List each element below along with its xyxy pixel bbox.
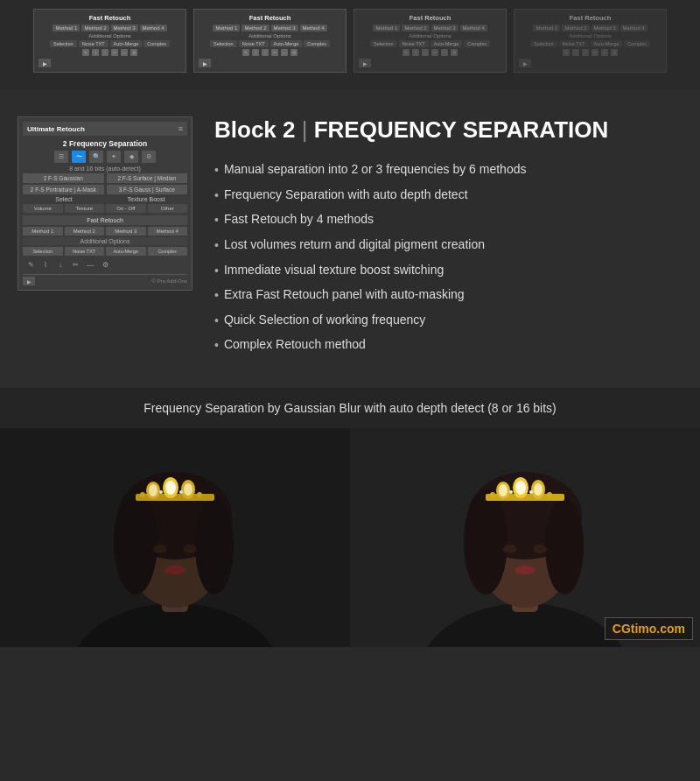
fs-gaussian-btn[interactable]: 2 F-S Gaussian bbox=[23, 173, 104, 183]
download-icon[interactable]: ↓ bbox=[54, 259, 66, 270]
svg-point-18 bbox=[153, 545, 167, 553]
panel-thumb-1-complex-btn[interactable]: Complex bbox=[144, 40, 170, 47]
panel-thumb-2-tab-3[interactable]: Method 3 bbox=[271, 25, 298, 32]
panel-thumb-1-sel-btn[interactable]: Selection bbox=[50, 40, 77, 47]
panel-thumb-3-icon-6: ⚙ bbox=[451, 49, 458, 56]
method-3-btn[interactable]: Method 3 bbox=[106, 227, 146, 236]
panel-nav-wave-icon[interactable]: 〜 bbox=[72, 151, 86, 163]
method-4-btn[interactable]: Method 4 bbox=[148, 227, 188, 236]
noise-txt-btn[interactable]: Noise TXT bbox=[65, 247, 105, 256]
panel-thumb-2-icon-2: ⌇ bbox=[252, 49, 259, 56]
panel-thumb-3-tab-1[interactable]: Method 1 bbox=[373, 25, 400, 32]
play-button[interactable]: ▶ bbox=[23, 277, 35, 285]
panel-thumb-4-tab-2[interactable]: Method 2 bbox=[562, 25, 589, 32]
select-texture-labels: Select Texture Boost bbox=[23, 196, 187, 202]
svg-point-26 bbox=[464, 489, 508, 595]
clip-icon[interactable]: ✂ bbox=[69, 259, 81, 270]
panel-thumb-3-icon-1: ✎ bbox=[402, 49, 410, 56]
photos-row: CGtimo.com bbox=[0, 428, 700, 647]
panel-thumb-4-merge-btn[interactable]: Auto-Merge bbox=[591, 40, 623, 47]
svg-point-16 bbox=[159, 490, 163, 494]
panel-thumb-1-tab-2[interactable]: Method 2 bbox=[81, 25, 108, 32]
panel-thumb-1-tabs: Method 1 Method 2 Method 3 Method 4 bbox=[38, 25, 181, 32]
panel-nav-gear-icon[interactable]: ⚙ bbox=[142, 151, 156, 163]
select-volume-btn[interactable]: Volume bbox=[23, 204, 63, 213]
panel-thumb-3-sel-btn[interactable]: Selection bbox=[370, 40, 397, 47]
panel-thumb-4-tab-1[interactable]: Method 1 bbox=[533, 25, 560, 32]
panel-thumb-4-play[interactable]: ▶ bbox=[519, 59, 531, 67]
panel-thumb-3-merge-btn[interactable]: Auto-Merge bbox=[430, 40, 463, 47]
panel-thumb-2-noise-btn[interactable]: Noise TXT bbox=[239, 40, 269, 47]
panel-thumb-3-tab-2[interactable]: Method 2 bbox=[402, 25, 429, 32]
line-icon[interactable]: — bbox=[84, 259, 96, 270]
panel-thumb-3-noise-btn[interactable]: Noise TXT bbox=[399, 40, 429, 47]
panel-thumb-1-tab-1[interactable]: Method 1 bbox=[52, 25, 80, 32]
panel-thumb-3-tab-3[interactable]: Method 3 bbox=[431, 25, 458, 32]
bullet-icon-7: • bbox=[214, 313, 219, 330]
panel-thumb-2-complex-btn[interactable]: Complex bbox=[304, 40, 330, 47]
brush-icon[interactable]: ✎ bbox=[24, 259, 37, 270]
selection-btn[interactable]: Selection bbox=[23, 247, 63, 256]
svg-point-40 bbox=[533, 545, 547, 553]
panel-thumb-2-tab-1[interactable]: Method 1 bbox=[213, 25, 240, 32]
copyright-text: © Pro Add-Ons bbox=[152, 278, 187, 284]
select-other-btn[interactable]: Other bbox=[148, 204, 188, 213]
panel-nav-doc-icon[interactable]: ☰ bbox=[54, 151, 68, 163]
fs-gauss-surface-btn[interactable]: 3 F-S Gauss | Surface bbox=[107, 185, 188, 194]
feature-item-6: • Extra Fast Retouch panel with auto-mas… bbox=[214, 286, 682, 305]
auto-merge-btn[interactable]: Auto-Merge bbox=[106, 247, 146, 256]
panel-thumb-4-tab-4[interactable]: Method 4 bbox=[620, 25, 648, 32]
svg-point-33 bbox=[515, 481, 526, 495]
bottom-section: Frequency Separation by Gaussian Blur wi… bbox=[0, 388, 700, 647]
panel-thumb-1-icon-5: — bbox=[121, 49, 128, 56]
panel-thumb-4-noise-btn[interactable]: Noise TXT bbox=[559, 40, 589, 47]
panel-thumb-3-tab-4[interactable]: Method 4 bbox=[460, 25, 487, 32]
panel-thumb-2-icon-1: ✎ bbox=[242, 49, 249, 56]
panel-nav-gem-icon[interactable]: ◆ bbox=[124, 151, 138, 163]
svg-point-38 bbox=[529, 490, 533, 494]
settings-icon[interactable]: ⚙ bbox=[99, 259, 111, 270]
bullet-icon-6: • bbox=[214, 287, 219, 305]
panel-thumb-1-play[interactable]: ▶ bbox=[38, 59, 51, 67]
panel-thumb-4-tab-3[interactable]: Method 3 bbox=[592, 25, 619, 32]
select-texture-btn[interactable]: Texture bbox=[65, 204, 105, 213]
fork-icon[interactable]: ⌇ bbox=[39, 259, 52, 270]
complex-btn[interactable]: Complex bbox=[148, 247, 188, 256]
panel-thumb-2: Fast Retouch Method 1 Method 2 Method 3 … bbox=[193, 9, 346, 73]
panel-thumb-2-play[interactable]: ▶ bbox=[199, 59, 211, 67]
panel-thumb-4-icons: ✎ ⌇ ↓ ✂ — ⚙ bbox=[519, 49, 662, 56]
panel-nav-search-icon[interactable]: 🔍 bbox=[89, 151, 103, 163]
method-1-btn[interactable]: Method 1 bbox=[23, 227, 63, 236]
bullet-icon-5: • bbox=[214, 263, 219, 280]
panel-thumb-1-noise-btn[interactable]: Noise TXT bbox=[79, 40, 108, 47]
panel-thumb-3-icon-5: — bbox=[441, 49, 448, 56]
panel-thumb-2-merge-btn[interactable]: Auto-Merge bbox=[270, 40, 303, 47]
panel-thumb-1-tab-3[interactable]: Method 3 bbox=[111, 25, 138, 32]
panel-thumb-4-title: Fast Retouch bbox=[519, 14, 662, 22]
svg-point-35 bbox=[490, 492, 495, 497]
fs-surface-btn[interactable]: 2 F-S Surface | Median bbox=[107, 173, 188, 183]
panel-thumb-3-tabs: Method 1 Method 2 Method 3 Method 4 bbox=[359, 25, 501, 32]
panel-thumb-1-merge-btn[interactable]: Auto-Merge bbox=[110, 40, 143, 47]
panel-thumb-4-complex-btn[interactable]: Complex bbox=[624, 40, 650, 47]
panel-thumb-4-sel-btn[interactable]: Selection bbox=[530, 40, 557, 47]
panel-nav-sun-icon[interactable]: ✦ bbox=[107, 151, 121, 163]
panel-thumb-1-icons: ✎ ⌇ ↓ ✂ — ⚙ bbox=[38, 49, 181, 56]
panel-thumb-1-tab-4[interactable]: Method 4 bbox=[140, 25, 167, 32]
panel-thumb-2-tabs: Method 1 Method 2 Method 3 Method 4 bbox=[199, 25, 341, 32]
method-2-btn[interactable]: Method 2 bbox=[65, 227, 105, 236]
panel-thumb-1-icon-4: ✂ bbox=[111, 49, 118, 56]
feature-item-2: • Frequency Separation with auto depth d… bbox=[214, 186, 682, 205]
close-icon[interactable]: ≡ bbox=[178, 124, 183, 133]
bullet-icon-8: • bbox=[214, 337, 219, 355]
panel-thumb-2-sel-btn[interactable]: Selection bbox=[210, 40, 237, 47]
panel-thumb-3-complex-btn[interactable]: Complex bbox=[464, 40, 490, 47]
panel-thumb-2-tab-2[interactable]: Method 2 bbox=[242, 25, 269, 32]
select-onoff-btn[interactable]: On - Off bbox=[106, 204, 146, 213]
panel-thumb-3-play[interactable]: ▶ bbox=[359, 59, 371, 67]
auto-detect-label: 8 and 16 bits (auto-detect) bbox=[23, 165, 187, 172]
texture-boost-label: Texture Boost bbox=[105, 196, 187, 202]
select-label: Select bbox=[23, 196, 105, 202]
fs-portraiture-btn[interactable]: 2 F-S Portraiture | A-Mask bbox=[23, 185, 104, 194]
panel-thumb-2-tab-4[interactable]: Method 4 bbox=[300, 25, 327, 32]
